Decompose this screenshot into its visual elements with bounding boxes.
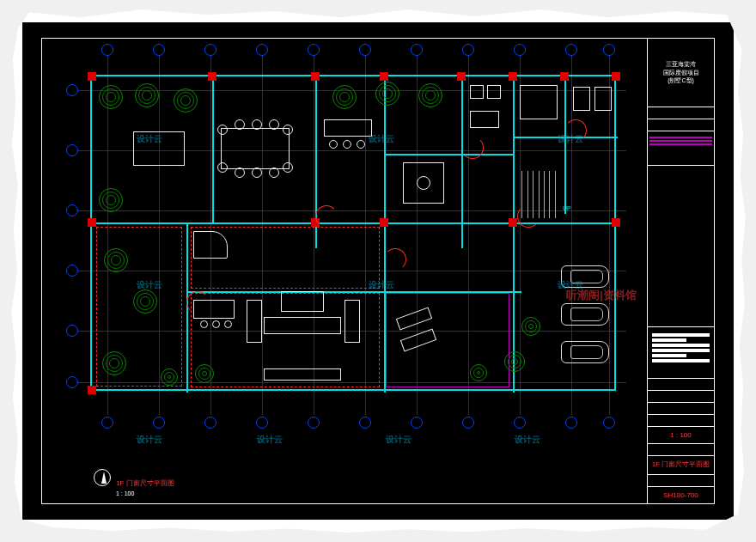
sofa: [264, 317, 341, 334]
column: [88, 72, 96, 81]
tb-row: [648, 444, 714, 456]
grid-bubble: [411, 44, 423, 56]
tb-row: [648, 391, 714, 403]
grid-bubble: [603, 44, 615, 56]
grid-bubble: [308, 44, 320, 56]
watermark: 设计云: [386, 434, 412, 446]
plant-icon: [332, 85, 357, 109]
grid-bubble: [101, 417, 113, 429]
stool: [329, 140, 338, 149]
column: [88, 218, 96, 227]
wall: [513, 76, 515, 393]
grid-bubble: [462, 44, 474, 56]
chair: [217, 162, 228, 173]
plant-icon: [104, 248, 128, 272]
column: [380, 72, 388, 81]
plant-icon: [418, 83, 442, 107]
door-swing: [384, 248, 406, 271]
wall: [564, 76, 566, 214]
tb-spacer: [648, 166, 714, 327]
chair: [283, 125, 293, 135]
photo-border: 三亚海棠湾 国际度假项目 (别墅C型): [7, 7, 749, 535]
grid-bubble: [204, 44, 216, 56]
grid-bubble: [66, 84, 78, 96]
plant-icon: [102, 351, 126, 375]
desk: [193, 300, 235, 319]
plant-icon: [99, 85, 123, 109]
grand-piano: [193, 231, 228, 259]
grid-bubble: [153, 44, 165, 56]
toilet: [487, 85, 501, 99]
tb-revision-bars: [648, 327, 714, 379]
view-title: 1F 门窗尺寸平面图: [116, 478, 174, 488]
grid-bubble: [359, 44, 371, 56]
tb-row-accent: [648, 131, 714, 166]
plant-icon: [504, 351, 525, 372]
chair: [269, 167, 279, 178]
sheet-border: 三亚海棠湾 国际度假项目 (别墅C型): [41, 38, 715, 504]
grid-bubble: [308, 417, 320, 429]
plant-icon: [99, 188, 123, 212]
plant-icon: [375, 82, 399, 106]
column: [509, 72, 517, 81]
sheet-no: SH180-700: [648, 487, 714, 503]
column: [88, 386, 96, 394]
chair: [252, 119, 262, 130]
project-line2: 国际度假项目: [663, 69, 699, 77]
column: [612, 218, 620, 227]
tb-row: [648, 475, 714, 487]
chair: [224, 320, 232, 328]
wall: [513, 137, 618, 138]
tb-row: [648, 403, 714, 415]
north-arrow-icon: [94, 469, 111, 486]
tv-cabinet: [264, 368, 341, 381]
kitchen-island: [324, 119, 372, 137]
coffee-table: [281, 291, 324, 312]
cad-canvas: 三亚海棠湾 国际度假项目 (别墅C型): [22, 22, 734, 520]
watermark: 设计云: [515, 434, 540, 446]
staircase: [517, 171, 560, 218]
sofa: [344, 300, 360, 343]
door-swing: [564, 119, 587, 142]
grid-bubble: [204, 417, 216, 429]
toilet: [594, 87, 612, 111]
scale: 1 : 100: [648, 427, 714, 444]
project-name: 三亚海棠湾 国际度假项目 (别墅C型): [648, 39, 714, 107]
grid-bubble: [66, 265, 78, 277]
car: [561, 303, 609, 326]
door-swing: [315, 205, 338, 228]
grid-bubble: [462, 417, 474, 429]
column: [380, 218, 388, 227]
chair: [212, 320, 220, 328]
column: [560, 72, 569, 81]
tb-row: [648, 107, 714, 119]
grid-bubble: [565, 417, 577, 429]
grid-bubble: [101, 44, 113, 56]
grid-bubble: [359, 417, 371, 429]
grid-bubble: [514, 417, 526, 429]
chair: [217, 125, 228, 135]
column: [208, 72, 216, 81]
plant-icon: [161, 368, 178, 386]
car: [561, 265, 609, 288]
grid-bubble: [256, 417, 268, 429]
car: [561, 341, 609, 363]
chair: [200, 320, 208, 328]
grid-bubble: [153, 417, 165, 429]
watermark: 设计云: [137, 434, 162, 446]
chair: [252, 167, 262, 178]
sink: [470, 85, 484, 99]
chair: [235, 167, 245, 178]
tb-row: [648, 415, 714, 427]
drawing-title: 1F 门窗尺寸平面图: [648, 456, 714, 475]
wall: [92, 222, 618, 224]
tb-row: [648, 119, 714, 131]
tb-row: [648, 379, 714, 391]
grid-bubble: [411, 417, 423, 429]
chair: [235, 119, 245, 130]
plant-icon: [470, 364, 487, 381]
stool: [357, 140, 365, 149]
grid-bubble: [603, 417, 615, 429]
dining-table: [221, 128, 290, 169]
plant-icon: [195, 364, 214, 383]
